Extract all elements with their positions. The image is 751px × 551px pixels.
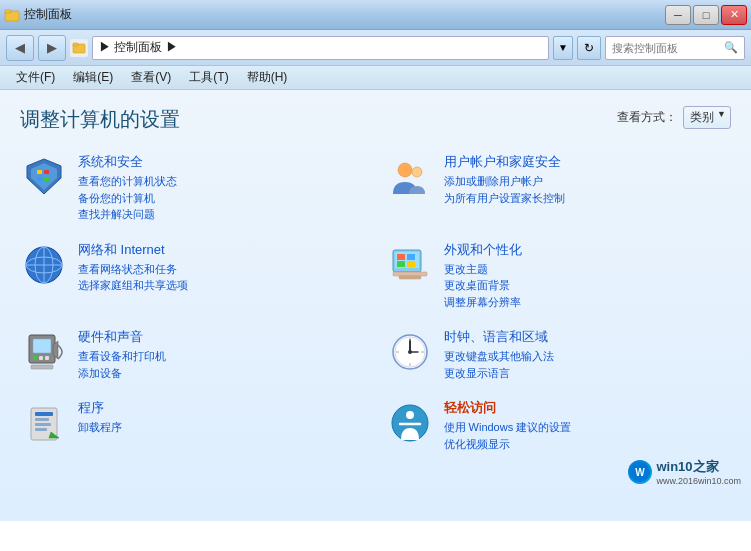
svg-rect-3 (73, 43, 78, 46)
svg-rect-7 (44, 170, 49, 174)
section-appearance: 外观和个性化 更改主题 更改桌面背景 调整屏幕分辨率 (386, 237, 732, 315)
link-network-title[interactable]: 网络和 Internet (78, 241, 366, 259)
svg-rect-28 (39, 356, 43, 360)
link-system-security-title[interactable]: 系统和安全 (78, 153, 366, 171)
main-content: 调整计算机的设置 查看方式： 类别 ▼ 系统和 (0, 90, 751, 521)
link-user-accounts-1[interactable]: 添加或删除用户帐户 (444, 173, 732, 190)
link-clock-2[interactable]: 更改显示语言 (444, 365, 732, 382)
link-hardware-2[interactable]: 添加设备 (78, 365, 366, 382)
link-network-1[interactable]: 查看网络状态和任务 (78, 261, 366, 278)
link-system-security-3[interactable]: 查找并解决问题 (78, 206, 366, 223)
icon-network (20, 241, 68, 289)
view-dropdown[interactable]: 类别 ▼ (683, 106, 731, 129)
link-appearance-3[interactable]: 调整屏幕分辨率 (444, 294, 732, 311)
svg-rect-20 (399, 276, 421, 279)
address-folder-icon (70, 39, 88, 57)
svg-rect-21 (397, 254, 405, 260)
svg-rect-43 (35, 423, 51, 426)
text-network: 网络和 Internet 查看网络状态和任务 选择家庭组和共享选项 (78, 241, 366, 294)
link-user-accounts-title[interactable]: 用户帐户和家庭安全 (444, 153, 732, 171)
link-system-security-1[interactable]: 查看您的计算机状态 (78, 173, 366, 190)
watermark-url: www.2016win10.com (656, 476, 741, 486)
link-programs-title[interactable]: 程序 (78, 399, 366, 417)
menu-view[interactable]: 查看(V) (123, 67, 179, 88)
svg-rect-8 (37, 177, 42, 181)
svg-rect-6 (37, 170, 42, 174)
refresh-button[interactable]: ↻ (577, 36, 601, 60)
svg-point-35 (408, 350, 412, 354)
text-clock: 时钟、语言和区域 更改键盘或其他输入法 更改显示语言 (444, 328, 732, 381)
window-icon (4, 7, 20, 23)
close-button[interactable]: ✕ (721, 5, 747, 25)
svg-rect-41 (35, 412, 53, 416)
title-bar: 控制面板 ─ □ ✕ (0, 0, 751, 30)
svg-rect-9 (44, 177, 49, 181)
link-hardware-title[interactable]: 硬件和声音 (78, 328, 366, 346)
text-user-accounts: 用户帐户和家庭安全 添加或删除用户帐户 为所有用户设置家长控制 (444, 153, 732, 206)
section-clock: 时钟、语言和区域 更改键盘或其他输入法 更改显示语言 (386, 324, 732, 385)
link-accessibility-2[interactable]: 优化视频显示 (444, 436, 732, 453)
icon-system-security (20, 153, 68, 201)
link-clock-title[interactable]: 时钟、语言和区域 (444, 328, 732, 346)
icon-clock (386, 328, 434, 376)
minimize-button[interactable]: ─ (665, 5, 691, 25)
link-accessibility-1[interactable]: 使用 Windows 建议的设置 (444, 419, 732, 436)
menu-tools[interactable]: 工具(T) (181, 67, 236, 88)
svg-point-11 (412, 167, 422, 177)
menu-edit[interactable]: 编辑(E) (65, 67, 121, 88)
section-network: 网络和 Internet 查看网络状态和任务 选择家庭组和共享选项 (20, 237, 366, 315)
address-bar: ◀ ▶ ▶ 控制面板 ▶ ▼ ↻ 🔍 (0, 30, 751, 66)
view-selector: 查看方式： 类别 ▼ (617, 106, 731, 129)
link-network-2[interactable]: 选择家庭组和共享选项 (78, 277, 366, 294)
forward-button[interactable]: ▶ (38, 35, 66, 61)
svg-rect-26 (33, 339, 51, 353)
icon-accessibility (386, 399, 434, 447)
watermark-logo: W (628, 460, 652, 484)
svg-rect-29 (45, 356, 49, 360)
text-system-security: 系统和安全 查看您的计算机状态 备份您的计算机 查找并解决问题 (78, 153, 366, 223)
address-path[interactable]: ▶ 控制面板 ▶ (92, 36, 549, 60)
dropdown-arrow-icon: ▼ (717, 109, 726, 119)
back-button[interactable]: ◀ (6, 35, 34, 61)
link-programs-1[interactable]: 卸载程序 (78, 419, 366, 436)
svg-rect-42 (35, 418, 49, 421)
watermark-brand: win10之家 (656, 458, 741, 476)
svg-point-10 (398, 163, 412, 177)
link-appearance-2[interactable]: 更改桌面背景 (444, 277, 732, 294)
svg-rect-24 (407, 261, 415, 267)
window-title: 控制面板 (24, 6, 72, 23)
search-box[interactable]: 🔍 (605, 36, 745, 60)
text-accessibility: 轻松访问 使用 Windows 建议的设置 优化视频显示 (444, 399, 732, 452)
menu-bar: 文件(F) 编辑(E) 查看(V) 工具(T) 帮助(H) (0, 66, 751, 90)
text-programs: 程序 卸载程序 (78, 399, 366, 436)
icon-hardware (20, 328, 68, 376)
link-accessibility-title[interactable]: 轻松访问 (444, 399, 732, 417)
link-system-security-2[interactable]: 备份您的计算机 (78, 190, 366, 207)
address-dropdown-button[interactable]: ▼ (553, 36, 573, 60)
maximize-button[interactable]: □ (693, 5, 719, 25)
section-hardware: 硬件和声音 查看设备和打印机 添加设备 (20, 324, 366, 385)
section-accessibility: 轻松访问 使用 Windows 建议的设置 优化视频显示 (386, 395, 732, 456)
icon-programs (20, 399, 68, 447)
svg-rect-19 (393, 272, 427, 276)
search-icon[interactable]: 🔍 (724, 41, 738, 54)
menu-help[interactable]: 帮助(H) (239, 67, 296, 88)
link-clock-1[interactable]: 更改键盘或其他输入法 (444, 348, 732, 365)
link-appearance-title[interactable]: 外观和个性化 (444, 241, 732, 259)
svg-rect-22 (407, 254, 415, 260)
link-hardware-1[interactable]: 查看设备和打印机 (78, 348, 366, 365)
svg-rect-1 (5, 10, 11, 13)
link-user-accounts-2[interactable]: 为所有用户设置家长控制 (444, 190, 732, 207)
icon-user-accounts (386, 153, 434, 201)
text-hardware: 硬件和声音 查看设备和打印机 添加设备 (78, 328, 366, 381)
text-appearance: 外观和个性化 更改主题 更改桌面背景 调整屏幕分辨率 (444, 241, 732, 311)
svg-text:W: W (636, 467, 646, 478)
svg-rect-30 (31, 365, 53, 369)
control-panel-grid: 系统和安全 查看您的计算机状态 备份您的计算机 查找并解决问题 用户帐户和家庭安… (20, 149, 731, 456)
title-bar-controls: ─ □ ✕ (665, 5, 747, 25)
search-input[interactable] (612, 42, 720, 54)
watermark: W win10之家 www.2016win10.com (628, 458, 741, 486)
menu-file[interactable]: 文件(F) (8, 67, 63, 88)
icon-appearance (386, 241, 434, 289)
link-appearance-1[interactable]: 更改主题 (444, 261, 732, 278)
